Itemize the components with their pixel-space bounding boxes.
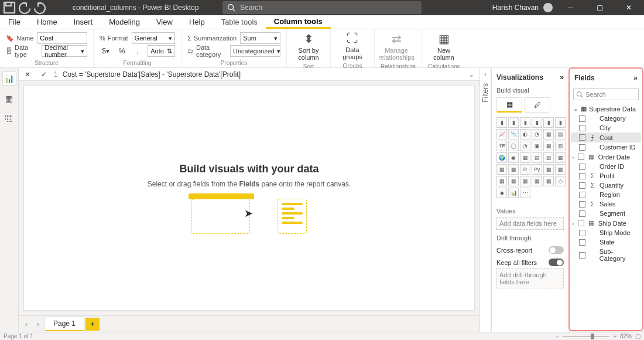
field-category[interactable]: Category xyxy=(571,114,641,123)
zoom-slider[interactable] xyxy=(563,336,609,337)
redo-icon[interactable] xyxy=(33,1,47,15)
close-button[interactable]: ✕ xyxy=(617,0,640,15)
field-checkbox[interactable] xyxy=(579,230,585,236)
viz-type[interactable]: ▦ xyxy=(532,176,542,186)
tab-help[interactable]: Help xyxy=(181,15,213,29)
viz-type[interactable]: Py xyxy=(532,164,542,175)
viz-tab-build[interactable]: ▦ xyxy=(496,97,522,113)
field-checkbox[interactable] xyxy=(578,154,584,160)
field-quantity[interactable]: ΣQuantity xyxy=(571,181,641,190)
viz-collapse-button[interactable]: » xyxy=(560,73,564,81)
save-icon[interactable] xyxy=(2,1,16,15)
viz-type[interactable]: ▦ xyxy=(520,152,530,163)
field-sub-category[interactable]: Sub-Category xyxy=(571,247,641,263)
field-checkbox[interactable] xyxy=(579,192,585,198)
field-sales[interactable]: ΣSales xyxy=(571,199,641,209)
formula-cancel-button[interactable]: ✕ xyxy=(21,69,34,80)
viz-more[interactable]: ⋯ xyxy=(520,188,530,198)
viz-type[interactable]: ▦ xyxy=(508,176,519,186)
viz-type[interactable]: ▮ xyxy=(532,117,542,128)
add-page-button[interactable]: + xyxy=(85,318,100,331)
field-checkbox[interactable] xyxy=(579,252,585,259)
viz-type[interactable]: ◐ xyxy=(520,129,530,140)
tab-view[interactable]: View xyxy=(148,15,181,29)
field-checkbox[interactable] xyxy=(578,220,584,226)
formula-commit-button[interactable]: ✓ xyxy=(37,69,50,80)
viz-type[interactable]: ▦ xyxy=(496,176,507,186)
field-region[interactable]: Region xyxy=(571,190,641,199)
fields-search[interactable]: Search xyxy=(573,89,639,100)
user-account[interactable]: Harish Chavan xyxy=(492,3,553,12)
field-customer-id[interactable]: Customer ID xyxy=(571,142,641,152)
viz-type[interactable]: ▮ xyxy=(555,117,566,128)
viz-type[interactable]: ▣ xyxy=(532,141,542,151)
percent-button[interactable]: % xyxy=(115,45,128,57)
viz-type[interactable]: 📊 xyxy=(508,188,519,198)
fit-page-button[interactable]: ▢ xyxy=(635,333,640,339)
viz-type[interactable]: ▮ xyxy=(508,117,519,128)
viz-type[interactable]: ▦ xyxy=(555,152,566,163)
field-checkbox[interactable] xyxy=(579,239,585,246)
viz-type[interactable]: 🌍 xyxy=(496,152,507,163)
manage-relationships-button[interactable]: ⇄Manage relationships xyxy=(381,29,412,63)
report-view-button[interactable]: 📊 xyxy=(2,72,16,86)
viz-type[interactable]: ▮ xyxy=(496,117,507,128)
field-segment[interactable]: Segment xyxy=(571,209,641,218)
field-checkbox[interactable] xyxy=(579,125,585,131)
page-next-button[interactable]: › xyxy=(33,319,43,329)
viz-type[interactable]: ▦ xyxy=(496,164,507,175)
table-name[interactable]: Superstore Data xyxy=(589,106,636,113)
viz-type[interactable]: ▦ xyxy=(543,176,554,186)
viz-type[interactable]: ◯ xyxy=(508,141,519,151)
datatype-select[interactable]: Decimal number▾ xyxy=(42,45,87,57)
viz-type[interactable]: ◔ xyxy=(532,129,542,140)
field-checkbox[interactable] xyxy=(579,164,585,170)
field-checkbox[interactable] xyxy=(579,144,585,151)
viz-type[interactable]: ◉ xyxy=(508,152,519,163)
viz-type[interactable]: R xyxy=(520,164,530,175)
zoom-out-button[interactable]: − xyxy=(556,333,559,339)
field-profit[interactable]: ΣProfit xyxy=(571,171,641,181)
viz-type[interactable]: ▮ xyxy=(543,117,554,128)
viz-type[interactable]: ◔ xyxy=(520,141,530,151)
field-checkbox[interactable] xyxy=(579,173,585,179)
viz-type[interactable]: ◆ xyxy=(496,188,507,198)
page-tab-1[interactable]: Page 1 xyxy=(44,317,84,331)
format-select[interactable]: General▾ xyxy=(132,32,175,44)
viz-type[interactable]: ▤ xyxy=(555,129,566,140)
viz-type[interactable]: 📉 xyxy=(508,129,519,140)
model-view-button[interactable]: ⿻ xyxy=(2,111,16,125)
viz-type[interactable]: ▥ xyxy=(555,141,566,151)
viz-type[interactable]: ▮ xyxy=(520,117,530,128)
field-city[interactable]: City xyxy=(571,123,641,132)
viz-type[interactable]: 📈 xyxy=(496,129,507,140)
thousands-button[interactable]: , xyxy=(132,45,144,57)
tab-insert[interactable]: Insert xyxy=(66,15,101,29)
undo-icon[interactable] xyxy=(18,1,32,15)
field-order-id[interactable]: Order ID xyxy=(571,162,641,171)
category-select[interactable]: Uncategorized▾ xyxy=(230,45,280,57)
cross-report-toggle[interactable] xyxy=(549,246,564,254)
viz-type[interactable]: ▦ xyxy=(520,176,530,186)
tab-modeling[interactable]: Modeling xyxy=(101,15,148,29)
field-checkbox[interactable] xyxy=(579,134,585,141)
viz-type[interactable]: 🗺 xyxy=(496,141,507,151)
minimize-button[interactable]: ─ xyxy=(559,0,582,15)
new-column-button[interactable]: ▦New column xyxy=(428,29,460,63)
keep-filters-toggle[interactable] xyxy=(549,259,564,266)
viz-type[interactable]: ▦ xyxy=(508,164,519,175)
viz-type[interactable]: ▦ xyxy=(543,129,554,140)
currency-button[interactable]: $▾ xyxy=(100,45,112,57)
field-cost[interactable]: ⨍Cost xyxy=(571,132,641,142)
column-name-input[interactable] xyxy=(37,32,87,44)
viz-tab-format[interactable]: 🖊 xyxy=(525,97,550,113)
summarization-select[interactable]: Sum▾ xyxy=(240,32,280,44)
page-prev-button[interactable]: ‹ xyxy=(21,319,32,329)
tab-file[interactable]: File xyxy=(0,15,29,29)
field-order-date[interactable]: ›▦Order Date xyxy=(571,152,641,162)
tab-table-tools[interactable]: Table tools xyxy=(213,15,266,29)
viz-type[interactable]: ▦ xyxy=(543,164,554,175)
viz-type[interactable]: ◇ xyxy=(555,176,566,186)
formula-expand-button[interactable]: ⌄ xyxy=(465,69,477,80)
viz-type[interactable]: ▦ xyxy=(555,164,566,175)
